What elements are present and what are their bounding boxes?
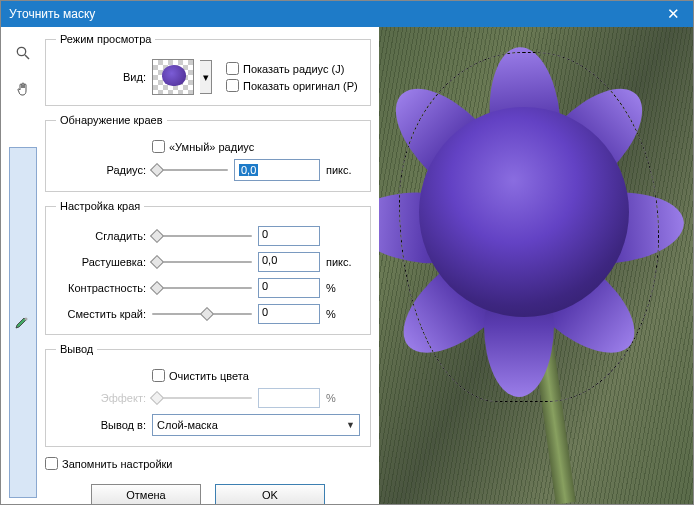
content: Режим просмотра Вид: ▾ Показать радиус (…: [1, 27, 693, 504]
view-dropdown-caret[interactable]: ▾: [200, 60, 212, 94]
smooth-input[interactable]: 0: [258, 226, 320, 246]
view-mode-legend: Режим просмотра: [56, 33, 155, 45]
contrast-unit: %: [326, 282, 360, 294]
radius-unit: пикс.: [326, 164, 360, 176]
contrast-label: Контрастность:: [56, 282, 146, 294]
amount-unit: %: [326, 392, 360, 404]
contrast-input[interactable]: 0: [258, 278, 320, 298]
smooth-slider[interactable]: [152, 229, 252, 243]
chevron-down-icon: ▼: [346, 420, 355, 430]
view-thumbnail[interactable]: [152, 59, 194, 95]
selection-marquee: [399, 52, 659, 402]
edge-detection-legend: Обнаружение краев: [56, 114, 167, 126]
preview-canvas[interactable]: [379, 27, 693, 504]
cancel-button[interactable]: Отмена: [91, 484, 201, 505]
close-button[interactable]: ✕: [653, 1, 693, 27]
view-mode-group: Режим просмотра Вид: ▾ Показать радиус (…: [45, 33, 371, 106]
adjust-edge-group: Настройка края Сгладить: 0 Растушевка: 0…: [45, 200, 371, 335]
feather-unit: пикс.: [326, 256, 360, 268]
hand-tool[interactable]: [9, 75, 37, 103]
radius-slider[interactable]: [152, 163, 228, 177]
button-row: Отмена OK: [45, 484, 371, 505]
show-original-check[interactable]: Показать оригинал (P): [226, 79, 358, 92]
zoom-tool[interactable]: [9, 39, 37, 67]
remember-settings-check[interactable]: Запомнить настройки: [45, 457, 371, 470]
window-title: Уточнить маску: [9, 7, 95, 21]
output-to-select[interactable]: Слой-маска ▼: [152, 414, 360, 436]
amount-slider: [152, 391, 252, 405]
radius-label: Радиус:: [56, 164, 146, 176]
feather-slider[interactable]: [152, 255, 252, 269]
output-group: Вывод Очистить цвета Эффект: % Вывод в: …: [45, 343, 371, 447]
feather-label: Растушевка:: [56, 256, 146, 268]
svg-point-2: [25, 317, 28, 320]
svg-point-0: [17, 47, 25, 55]
amount-input: [258, 388, 320, 408]
tool-column: [9, 33, 39, 498]
smooth-label: Сгладить:: [56, 230, 146, 242]
adjust-edge-legend: Настройка края: [56, 200, 144, 212]
refine-brush-tool[interactable]: [9, 147, 37, 498]
ok-button[interactable]: OK: [215, 484, 325, 505]
shift-edge-input[interactable]: 0: [258, 304, 320, 324]
output-legend: Вывод: [56, 343, 97, 355]
output-to-label: Вывод в:: [56, 419, 146, 431]
svg-line-1: [25, 55, 29, 59]
decontaminate-check[interactable]: Очистить цвета: [152, 369, 249, 382]
shift-edge-unit: %: [326, 308, 360, 320]
feather-input[interactable]: 0,0: [258, 252, 320, 272]
amount-label: Эффект:: [56, 392, 146, 404]
smart-radius-check[interactable]: «Умный» радиус: [152, 140, 254, 153]
contrast-slider[interactable]: [152, 281, 252, 295]
shift-edge-label: Сместить край:: [56, 308, 146, 320]
main-column: Режим просмотра Вид: ▾ Показать радиус (…: [45, 33, 371, 498]
edge-detection-group: Обнаружение краев «Умный» радиус Радиус:…: [45, 114, 371, 192]
dialog-panel: Режим просмотра Вид: ▾ Показать радиус (…: [1, 27, 379, 504]
titlebar: Уточнить маску ✕: [1, 1, 693, 27]
radius-input[interactable]: 0,0: [234, 159, 320, 181]
view-label: Вид:: [56, 71, 146, 83]
show-radius-check[interactable]: Показать радиус (J): [226, 62, 358, 75]
shift-edge-slider[interactable]: [152, 307, 252, 321]
